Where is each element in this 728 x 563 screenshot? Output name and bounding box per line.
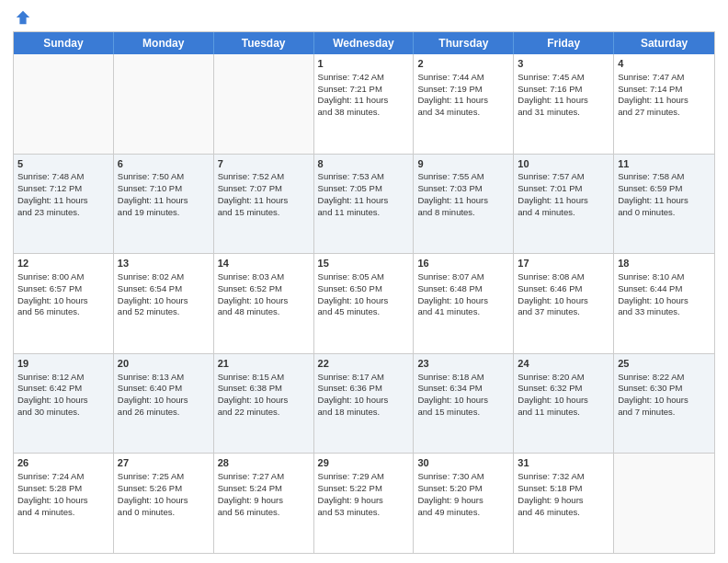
day-number: 26 — [17, 456, 109, 470]
calendar-cell: 1Sunrise: 7:42 AM Sunset: 7:21 PM Daylig… — [314, 54, 415, 154]
svg-marker-0 — [17, 11, 29, 24]
day-number: 16 — [417, 257, 509, 270]
calendar-cell: 6Sunrise: 7:50 AM Sunset: 7:10 PM Daylig… — [114, 155, 214, 254]
weekday-header-tuesday: Tuesday — [214, 32, 314, 54]
day-info: Sunrise: 7:30 AM Sunset: 5:20 PM Dayligh… — [417, 471, 483, 516]
day-number: 24 — [518, 357, 609, 371]
calendar-cell: 10Sunrise: 7:57 AM Sunset: 7:01 PM Dayli… — [514, 155, 614, 254]
day-number: 3 — [518, 57, 609, 71]
day-number: 28 — [218, 456, 310, 470]
calendar-row-5: 26Sunrise: 7:24 AM Sunset: 5:28 PM Dayli… — [14, 453, 714, 553]
calendar-cell: 12Sunrise: 8:00 AM Sunset: 6:57 PM Dayli… — [14, 254, 114, 353]
day-info: Sunrise: 8:20 AM Sunset: 6:32 PM Dayligh… — [518, 372, 588, 417]
calendar-cell: 9Sunrise: 7:55 AM Sunset: 7:03 PM Daylig… — [414, 155, 514, 254]
day-info: Sunrise: 7:32 AM Sunset: 5:18 PM Dayligh… — [518, 471, 584, 516]
weekday-header-sunday: Sunday — [14, 32, 114, 54]
calendar-row-4: 19Sunrise: 8:12 AM Sunset: 6:42 PM Dayli… — [14, 353, 714, 454]
day-number: 23 — [417, 357, 509, 371]
header — [13, 9, 715, 26]
day-info: Sunrise: 8:00 AM Sunset: 6:57 PM Dayligh… — [17, 271, 88, 316]
day-number: 20 — [118, 357, 210, 371]
day-info: Sunrise: 8:18 AM Sunset: 6:34 PM Dayligh… — [417, 372, 488, 417]
calendar-cell: 8Sunrise: 7:53 AM Sunset: 7:05 PM Daylig… — [314, 155, 415, 254]
weekday-header-wednesday: Wednesday — [314, 32, 415, 54]
day-number: 14 — [218, 257, 310, 270]
calendar-cell: 27Sunrise: 7:25 AM Sunset: 5:26 PM Dayli… — [114, 454, 214, 553]
day-info: Sunrise: 8:22 AM Sunset: 6:30 PM Dayligh… — [618, 372, 688, 417]
day-info: Sunrise: 7:58 AM Sunset: 6:59 PM Dayligh… — [618, 171, 688, 216]
logo — [13, 9, 31, 26]
day-info: Sunrise: 7:57 AM Sunset: 7:01 PM Dayligh… — [518, 171, 588, 216]
day-info: Sunrise: 7:44 AM Sunset: 7:19 PM Dayligh… — [417, 72, 488, 117]
day-info: Sunrise: 8:02 AM Sunset: 6:54 PM Dayligh… — [118, 271, 188, 316]
calendar-cell: 23Sunrise: 8:18 AM Sunset: 6:34 PM Dayli… — [414, 354, 514, 454]
day-number: 4 — [618, 57, 711, 71]
day-info: Sunrise: 7:52 AM Sunset: 7:07 PM Dayligh… — [218, 171, 289, 216]
calendar-cell: 30Sunrise: 7:30 AM Sunset: 5:20 PM Dayli… — [414, 454, 514, 553]
day-info: Sunrise: 8:07 AM Sunset: 6:48 PM Dayligh… — [417, 271, 488, 316]
calendar-cell: 2Sunrise: 7:44 AM Sunset: 7:19 PM Daylig… — [414, 54, 514, 154]
day-info: Sunrise: 7:27 AM Sunset: 5:24 PM Dayligh… — [218, 471, 284, 516]
calendar-cell — [14, 54, 114, 154]
day-number: 11 — [618, 157, 711, 171]
calendar-cell: 19Sunrise: 8:12 AM Sunset: 6:42 PM Dayli… — [14, 354, 114, 454]
calendar-cell: 18Sunrise: 8:10 AM Sunset: 6:44 PM Dayli… — [614, 254, 714, 353]
calendar-row-1: 1Sunrise: 7:42 AM Sunset: 7:21 PM Daylig… — [14, 54, 714, 154]
day-number: 21 — [218, 357, 310, 371]
calendar-cell — [114, 54, 214, 154]
day-info: Sunrise: 8:05 AM Sunset: 6:50 PM Dayligh… — [318, 271, 389, 316]
day-info: Sunrise: 7:50 AM Sunset: 7:10 PM Dayligh… — [118, 171, 188, 216]
calendar-header-row: SundayMondayTuesdayWednesdayThursdayFrid… — [14, 32, 714, 54]
day-number: 8 — [318, 157, 410, 171]
calendar-cell: 28Sunrise: 7:27 AM Sunset: 5:24 PM Dayli… — [214, 454, 314, 553]
calendar-cell: 26Sunrise: 7:24 AM Sunset: 5:28 PM Dayli… — [14, 454, 114, 553]
calendar-cell: 7Sunrise: 7:52 AM Sunset: 7:07 PM Daylig… — [214, 155, 314, 254]
day-info: Sunrise: 7:48 AM Sunset: 7:12 PM Dayligh… — [17, 171, 88, 216]
day-info: Sunrise: 7:29 AM Sunset: 5:22 PM Dayligh… — [318, 471, 384, 516]
weekday-header-saturday: Saturday — [614, 32, 714, 54]
calendar-cell: 24Sunrise: 8:20 AM Sunset: 6:32 PM Dayli… — [514, 354, 614, 454]
day-info: Sunrise: 7:53 AM Sunset: 7:05 PM Dayligh… — [318, 171, 389, 216]
day-number: 5 — [17, 157, 109, 171]
calendar-cell: 20Sunrise: 8:13 AM Sunset: 6:40 PM Dayli… — [114, 354, 214, 454]
weekday-header-thursday: Thursday — [414, 32, 514, 54]
calendar-cell: 29Sunrise: 7:29 AM Sunset: 5:22 PM Dayli… — [314, 454, 415, 553]
day-number: 18 — [618, 257, 711, 270]
day-number: 7 — [218, 157, 310, 171]
day-number: 29 — [318, 456, 410, 470]
day-info: Sunrise: 8:13 AM Sunset: 6:40 PM Dayligh… — [118, 372, 188, 417]
day-number: 22 — [318, 357, 410, 371]
calendar-cell: 17Sunrise: 8:08 AM Sunset: 6:46 PM Dayli… — [514, 254, 614, 353]
day-number: 30 — [417, 456, 509, 470]
calendar-cell: 21Sunrise: 8:15 AM Sunset: 6:38 PM Dayli… — [214, 354, 314, 454]
calendar-cell: 11Sunrise: 7:58 AM Sunset: 6:59 PM Dayli… — [614, 155, 714, 254]
day-info: Sunrise: 7:55 AM Sunset: 7:03 PM Dayligh… — [417, 171, 488, 216]
day-info: Sunrise: 8:12 AM Sunset: 6:42 PM Dayligh… — [17, 372, 88, 417]
day-number: 17 — [518, 257, 609, 270]
day-info: Sunrise: 7:42 AM Sunset: 7:21 PM Dayligh… — [318, 72, 389, 117]
calendar-cell: 14Sunrise: 8:03 AM Sunset: 6:52 PM Dayli… — [214, 254, 314, 353]
calendar-cell: 5Sunrise: 7:48 AM Sunset: 7:12 PM Daylig… — [14, 155, 114, 254]
page: SundayMondayTuesdayWednesdayThursdayFrid… — [0, 0, 728, 563]
calendar-row-3: 12Sunrise: 8:00 AM Sunset: 6:57 PM Dayli… — [14, 253, 714, 353]
day-number: 1 — [318, 57, 410, 71]
calendar: SundayMondayTuesdayWednesdayThursdayFrid… — [13, 31, 715, 554]
calendar-cell — [614, 454, 714, 553]
logo-icon — [15, 9, 31, 26]
day-info: Sunrise: 7:45 AM Sunset: 7:16 PM Dayligh… — [518, 72, 588, 117]
day-number: 2 — [417, 57, 509, 71]
day-info: Sunrise: 7:47 AM Sunset: 7:14 PM Dayligh… — [618, 72, 688, 117]
calendar-cell: 4Sunrise: 7:47 AM Sunset: 7:14 PM Daylig… — [614, 54, 714, 154]
day-number: 9 — [417, 157, 509, 171]
calendar-row-2: 5Sunrise: 7:48 AM Sunset: 7:12 PM Daylig… — [14, 154, 714, 254]
day-info: Sunrise: 8:08 AM Sunset: 6:46 PM Dayligh… — [518, 271, 588, 316]
weekday-header-monday: Monday — [114, 32, 214, 54]
day-number: 19 — [17, 357, 109, 371]
calendar-body: 1Sunrise: 7:42 AM Sunset: 7:21 PM Daylig… — [14, 54, 714, 553]
weekday-header-friday: Friday — [514, 32, 614, 54]
calendar-cell: 15Sunrise: 8:05 AM Sunset: 6:50 PM Dayli… — [314, 254, 415, 353]
day-info: Sunrise: 7:24 AM Sunset: 5:28 PM Dayligh… — [17, 471, 88, 516]
day-info: Sunrise: 7:25 AM Sunset: 5:26 PM Dayligh… — [118, 471, 188, 516]
day-number: 12 — [17, 257, 109, 270]
day-number: 25 — [618, 357, 711, 371]
